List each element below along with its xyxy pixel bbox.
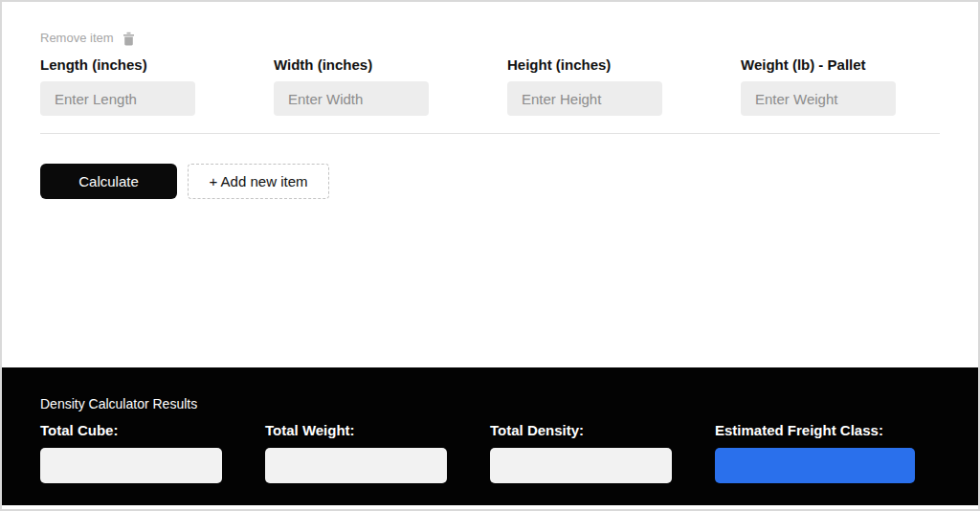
freight-class-label: Estimated Freight Class: (715, 422, 915, 438)
field-width: Width (inches) (274, 56, 429, 116)
height-label: Height (inches) (507, 56, 662, 73)
width-input[interactable] (274, 81, 429, 116)
results-row: Total Cube: Total Weight: Total Density:… (40, 422, 940, 483)
weight-label: Weight (lb) - Pallet (741, 56, 896, 73)
length-label: Length (inches) (40, 56, 195, 73)
section-divider (40, 133, 940, 134)
total-cube-value (40, 448, 222, 483)
width-label: Width (inches) (274, 56, 429, 73)
freight-class-value (715, 448, 915, 483)
total-weight-label: Total Weight: (265, 422, 447, 438)
height-input[interactable] (507, 81, 662, 116)
field-length: Length (inches) (40, 56, 195, 116)
length-input[interactable] (40, 81, 195, 116)
density-calculator-page: Remove item Length (inches) Width (inche… (0, 0, 980, 511)
field-weight: Weight (lb) - Pallet (741, 56, 896, 116)
remove-item-button[interactable]: Remove item (40, 31, 940, 46)
results-section: Density Calculator Results Total Cube: T… (2, 367, 978, 505)
total-weight-value (265, 448, 447, 483)
trash-icon[interactable] (122, 32, 135, 46)
total-density-value (490, 448, 672, 483)
dimension-fields-row: Length (inches) Width (inches) Height (i… (40, 56, 940, 116)
field-height: Height (inches) (507, 56, 662, 116)
add-new-item-button[interactable]: + Add new item (188, 164, 329, 199)
result-freight-class: Estimated Freight Class: (715, 422, 915, 483)
actions-row: Calculate + Add new item (40, 164, 940, 199)
result-total-density: Total Density: (490, 422, 672, 483)
total-density-label: Total Density: (490, 422, 672, 438)
results-title: Density Calculator Results (40, 367, 940, 411)
result-total-weight: Total Weight: (265, 422, 447, 483)
remove-item-label: Remove item (40, 31, 114, 46)
item-form-section: Remove item Length (inches) Width (inche… (2, 2, 978, 199)
weight-input[interactable] (741, 81, 896, 116)
result-total-cube: Total Cube: (40, 422, 222, 483)
total-cube-label: Total Cube: (40, 422, 222, 438)
calculate-button[interactable]: Calculate (40, 164, 177, 199)
